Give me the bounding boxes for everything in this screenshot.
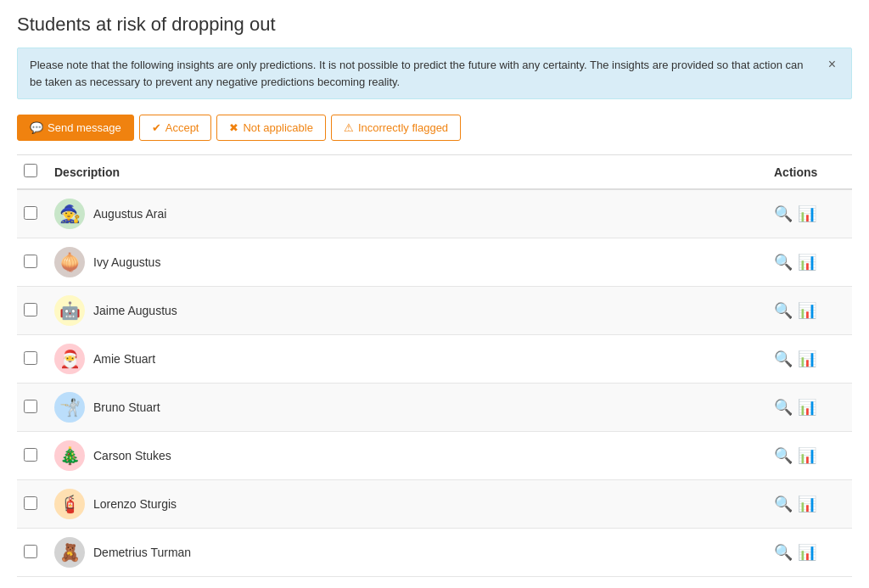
row-checkbox[interactable] — [24, 206, 37, 220]
row-checkbox[interactable] — [24, 545, 37, 558]
students-table: Description Actions 🧙 Augustus Arai 🔍 📊 — [17, 154, 852, 577]
incorrectly-flagged-button-top[interactable]: ⚠ Incorrectly flagged — [331, 115, 461, 141]
chart-icon[interactable]: 📊 — [798, 301, 816, 320]
row-description-cell: 🤖 Jaime Augustus — [48, 287, 767, 335]
avatar: 🎄 — [54, 440, 85, 471]
row-checkbox[interactable] — [24, 255, 37, 268]
incorrectly-flagged-label-top: Incorrectly flagged — [358, 121, 448, 134]
table-row: 🎄 Carson Stukes 🔍 📊 — [17, 432, 852, 480]
row-actions-cell: 🔍 📊 — [767, 287, 852, 335]
table-row: 🤺 Bruno Stuart 🔍 📊 — [17, 384, 852, 432]
row-description-cell: 🧙 Augustus Arai — [48, 189, 767, 238]
row-checkbox[interactable] — [24, 496, 37, 510]
student-name: Ivy Augustus — [93, 255, 160, 269]
view-icon[interactable]: 🔍 — [774, 301, 793, 320]
row-actions-cell: 🔍 📊 — [767, 480, 852, 529]
accept-button-top[interactable]: ✔ Accept — [139, 115, 212, 141]
table-row: 🤖 Jaime Augustus 🔍 📊 — [17, 287, 852, 335]
row-checkbox-cell — [17, 335, 48, 384]
view-icon[interactable]: 🔍 — [774, 253, 793, 272]
not-applicable-button-top[interactable]: ✖ Not applicable — [216, 115, 325, 141]
row-description-cell: 🧯 Lorenzo Sturgis — [48, 480, 767, 529]
view-icon[interactable]: 🔍 — [774, 495, 793, 513]
student-name: Bruno Stuart — [93, 400, 160, 414]
chart-icon[interactable]: 📊 — [798, 204, 816, 223]
row-description-cell: 🤺 Bruno Stuart — [48, 384, 767, 432]
student-name: Demetrius Turman — [93, 546, 191, 559]
row-checkbox-cell — [17, 384, 48, 432]
select-all-header — [17, 155, 48, 190]
select-all-checkbox[interactable] — [24, 164, 37, 177]
row-checkbox-cell — [17, 287, 48, 335]
page-title: Students at risk of dropping out — [17, 14, 852, 36]
avatar: 🤖 — [54, 295, 85, 326]
chart-icon[interactable]: 📊 — [798, 253, 816, 272]
top-toolbar: 💬 Send message ✔ Accept ✖ Not applicable… — [17, 115, 852, 141]
send-message-button-top[interactable]: 💬 Send message — [17, 115, 134, 141]
row-actions-cell: 🔍 📊 — [767, 189, 852, 238]
row-checkbox-cell — [17, 238, 48, 287]
chart-icon[interactable]: 📊 — [798, 350, 816, 368]
view-icon[interactable]: 🔍 — [774, 350, 793, 368]
row-checkbox[interactable] — [24, 351, 37, 365]
chart-icon[interactable]: 📊 — [798, 446, 816, 465]
student-name: Amie Stuart — [93, 352, 155, 366]
view-icon[interactable]: 🔍 — [774, 446, 793, 465]
row-checkbox[interactable] — [24, 448, 37, 462]
view-icon[interactable]: 🔍 — [774, 204, 793, 223]
row-description-cell: 🧅 Ivy Augustus — [48, 238, 767, 287]
table-header-row: Description Actions — [17, 155, 852, 190]
row-description-cell: 🎄 Carson Stukes — [48, 432, 767, 480]
chart-icon[interactable]: 📊 — [798, 495, 816, 513]
not-applicable-label-top: Not applicable — [243, 121, 312, 134]
view-icon[interactable]: 🔍 — [774, 543, 793, 562]
table-row: 🧸 Demetrius Turman 🔍 📊 — [17, 529, 852, 577]
avatar: 🤺 — [54, 392, 85, 423]
chart-icon[interactable]: 📊 — [798, 543, 816, 562]
row-checkbox-cell — [17, 432, 48, 480]
table-row: 🧙 Augustus Arai 🔍 📊 — [17, 189, 852, 238]
student-name: Lorenzo Sturgis — [93, 497, 177, 511]
table-row: 🧯 Lorenzo Sturgis 🔍 📊 — [17, 480, 852, 529]
table-row: 🎅 Amie Stuart 🔍 📊 — [17, 335, 852, 384]
row-checkbox[interactable] — [24, 400, 37, 413]
row-description-cell: 🧸 Demetrius Turman — [48, 529, 767, 577]
row-actions-cell: 🔍 📊 — [767, 335, 852, 384]
accept-icon-top: ✔ — [152, 121, 161, 134]
alert-close-button[interactable]: × — [825, 57, 839, 72]
row-checkbox-cell — [17, 189, 48, 238]
avatar: 🧅 — [54, 247, 85, 277]
row-description-cell: 🎅 Amie Stuart — [48, 335, 767, 384]
row-actions-cell: 🔍 📊 — [767, 384, 852, 432]
row-checkbox[interactable] — [24, 303, 37, 316]
description-header: Description — [48, 155, 767, 190]
chart-icon[interactable]: 📊 — [798, 398, 816, 417]
actions-header: Actions — [767, 155, 852, 190]
row-actions-cell: 🔍 📊 — [767, 238, 852, 287]
send-message-label-top: Send message — [48, 121, 121, 134]
send-message-icon-top: 💬 — [30, 121, 43, 134]
avatar: 🧯 — [54, 489, 85, 519]
view-icon[interactable]: 🔍 — [774, 398, 793, 417]
alert-text: Please note that the following insights … — [30, 57, 816, 90]
student-name: Jaime Augustus — [93, 304, 177, 317]
avatar: 🎅 — [54, 344, 85, 374]
alert-banner: Please note that the following insights … — [17, 48, 852, 99]
accept-label-top: Accept — [165, 121, 199, 134]
table-row: 🧅 Ivy Augustus 🔍 📊 — [17, 238, 852, 287]
student-name: Carson Stukes — [93, 449, 171, 462]
avatar: 🧙 — [54, 199, 85, 229]
incorrectly-flagged-icon-top: ⚠ — [344, 121, 354, 134]
row-checkbox-cell — [17, 529, 48, 577]
not-applicable-icon-top: ✖ — [229, 121, 238, 134]
student-name: Augustus Arai — [93, 207, 166, 221]
row-actions-cell: 🔍 📊 — [767, 432, 852, 480]
row-actions-cell: 🔍 📊 — [767, 529, 852, 577]
avatar: 🧸 — [54, 537, 85, 568]
row-checkbox-cell — [17, 480, 48, 529]
